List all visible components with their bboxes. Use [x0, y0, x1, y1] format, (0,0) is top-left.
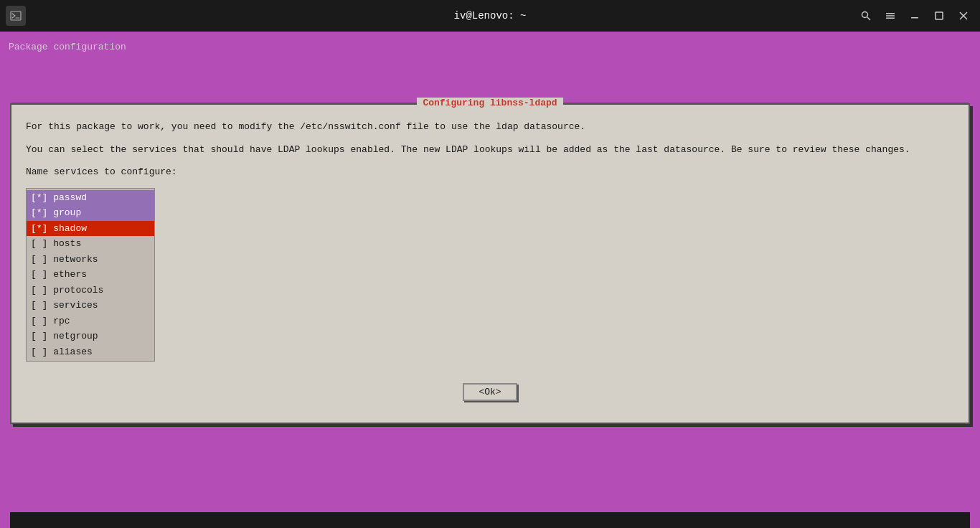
svg-rect-7 [911, 17, 918, 19]
svg-rect-0 [11, 11, 21, 20]
checklist-item[interactable]: [*] group [27, 205, 154, 221]
bottom-bar [10, 512, 970, 528]
menu-button[interactable] [880, 5, 901, 27]
checklist-item[interactable]: [ ] networks [27, 252, 154, 268]
checklist-item[interactable]: [ ] rpc [27, 314, 154, 329]
checklist-item[interactable]: [*] shadow [27, 221, 154, 237]
terminal-area: Package configuration Configuring libnss… [0, 32, 980, 528]
checklist-item[interactable]: [ ] ethers [27, 267, 154, 283]
checklist-item[interactable]: [ ] services [27, 298, 154, 314]
close-button[interactable] [953, 5, 974, 27]
svg-rect-8 [936, 12, 943, 19]
dialog-content: For this package to work, you need to mo… [11, 116, 969, 423]
titlebar-actions [855, 5, 974, 27]
description1: For this package to work, you need to mo… [26, 120, 954, 134]
terminal-icon[interactable] [6, 6, 26, 26]
title-line-right [563, 103, 969, 104]
checklist-item[interactable]: [*] passwd [27, 190, 154, 206]
package-config-label: Package configuration [0, 37, 980, 57]
dialog-title-bar: Configuring libnss-ldapd [11, 98, 969, 108]
maximize-button[interactable] [928, 5, 950, 27]
titlebar-left [6, 6, 26, 26]
titlebar: iv@Lenovo: ~ [0, 0, 980, 32]
ok-button[interactable]: <Ok> [463, 383, 517, 401]
svg-rect-4 [886, 13, 895, 14]
title-line-left [11, 103, 417, 104]
window-title: iv@Lenovo: ~ [454, 10, 527, 22]
description2: You can select the services that should … [26, 143, 954, 157]
search-button[interactable] [855, 5, 877, 27]
checklist: [*] passwd[*] group[*] shadow[ ] hosts[ … [26, 188, 155, 362]
svg-line-3 [867, 17, 870, 20]
svg-rect-5 [886, 15, 895, 16]
dialog: Configuring libnss-ldapd For this packag… [10, 103, 970, 424]
checklist-item[interactable]: [ ] protocols [27, 283, 154, 298]
minimize-button[interactable] [904, 5, 925, 27]
svg-point-2 [862, 12, 868, 18]
checklist-item[interactable]: [ ] aliases [27, 344, 154, 360]
dialog-title: Configuring libnss-ldapd [417, 98, 562, 108]
name-services-label: Name services to configure: [26, 165, 954, 179]
checklist-item[interactable]: [ ] netgroup [27, 329, 154, 344]
ok-button-container: <Ok> [26, 376, 954, 408]
svg-rect-6 [886, 18, 895, 19]
checklist-item[interactable]: [ ] hosts [27, 236, 154, 252]
